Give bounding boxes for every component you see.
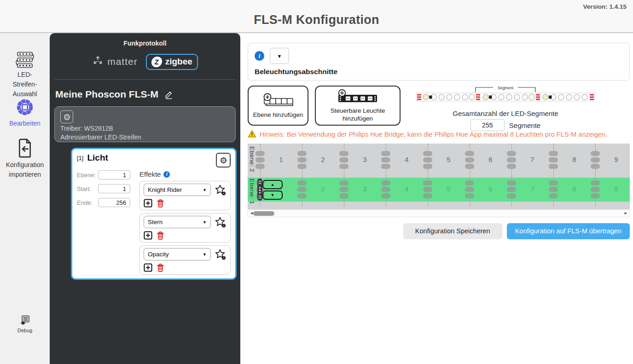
effect-favorite-settings-button[interactable] bbox=[215, 216, 226, 228]
add-effect-button[interactable] bbox=[144, 199, 152, 208]
save-configuration-button[interactable]: Konfiguration Speicheren bbox=[403, 223, 502, 239]
effect-select-value: Stern bbox=[148, 219, 163, 225]
segment-cell[interactable]: 9 bbox=[595, 156, 630, 163]
sidebar-item-led-streifen-auswahl[interactable]: LED- Streifen- Auswahl bbox=[0, 52, 50, 99]
segment-cell[interactable]: 7 bbox=[511, 185, 553, 193]
sidebar-item-label: importieren bbox=[0, 170, 50, 179]
grid-row-label: Ebene: 1 bbox=[249, 179, 256, 204]
add-leuchte-label-line1: Steuerbare Leuchte bbox=[331, 107, 385, 115]
strip-connector-icon bbox=[257, 179, 263, 202]
driver-card[interactable]: Treiber: WS2812B Adressierbarer LED-Stre… bbox=[54, 106, 236, 142]
gear-chip-icon bbox=[15, 110, 35, 118]
delete-effect-button[interactable] bbox=[157, 199, 164, 208]
sidebar-item-label: Streifen- bbox=[0, 80, 50, 89]
segment-cell[interactable]: 2 bbox=[302, 185, 344, 193]
ebene-down-button[interactable]: ▼ bbox=[262, 191, 283, 200]
light-settings-button[interactable] bbox=[216, 153, 231, 168]
light-name: Licht bbox=[87, 153, 216, 163]
warning-text: Hinweis: Bei Verwendung der Philips Hue … bbox=[260, 131, 607, 138]
segment-cell[interactable]: 4 bbox=[386, 156, 428, 163]
add-effect-button[interactable] bbox=[144, 231, 152, 240]
segment-cell[interactable]: 8 bbox=[553, 156, 595, 163]
add-effect-button[interactable] bbox=[144, 263, 152, 272]
scrollbar-thumb[interactable] bbox=[253, 211, 274, 216]
segment-cell[interactable]: 6 bbox=[470, 156, 511, 163]
sidebar-item-bearbeiten[interactable]: Bearbeiten bbox=[0, 98, 50, 128]
zigbee-label: zigbee bbox=[165, 57, 192, 67]
import-file-icon bbox=[16, 152, 34, 160]
segment-cell[interactable]: 8 bbox=[553, 185, 595, 193]
up-arrow-icon: ▲ bbox=[271, 182, 275, 187]
sidebar-item-konfiguration-importieren[interactable]: Konfiguration importieren bbox=[0, 138, 50, 179]
matter-icon bbox=[92, 55, 104, 69]
sidebar-item-label: Konfiguration bbox=[0, 160, 50, 170]
svg-text:!: ! bbox=[251, 132, 253, 137]
down-arrow-icon: ▼ bbox=[271, 193, 275, 197]
transfer-configuration-button[interactable]: Konfiguration auf FLS-M übertragen bbox=[507, 223, 630, 239]
segment-cell[interactable]: 7 bbox=[511, 156, 553, 163]
warning-icon: ! bbox=[248, 130, 256, 139]
debug-icon bbox=[19, 319, 30, 327]
ende-label: Ende: bbox=[77, 199, 98, 206]
start-input[interactable] bbox=[98, 184, 130, 193]
add-ebene-button[interactable]: Ebene hinzufügen bbox=[248, 86, 308, 126]
ebene-label: Ebene: bbox=[77, 172, 98, 179]
ende-input[interactable] bbox=[98, 198, 130, 207]
info-icon[interactable]: i bbox=[163, 171, 170, 178]
divider bbox=[54, 79, 236, 80]
effect-group: Stern ▼ bbox=[139, 213, 231, 243]
scroll-right-arrow[interactable]: ► bbox=[624, 211, 628, 215]
effect-select[interactable]: Stern ▼ bbox=[144, 216, 211, 228]
ebene-up-button[interactable]: ▲ bbox=[262, 180, 283, 189]
segment-cell[interactable]: 3 bbox=[344, 185, 386, 193]
segment-cell[interactable]: 5 bbox=[428, 156, 470, 163]
sections-dropdown-button[interactable]: ▼ bbox=[270, 48, 289, 64]
light-index: [1] bbox=[77, 153, 83, 162]
chevron-down-icon: ▼ bbox=[203, 220, 207, 225]
zigbee-logo-icon: Z bbox=[151, 57, 162, 67]
segment-cell[interactable]: 2 bbox=[302, 156, 344, 163]
chevron-down-icon: ▼ bbox=[203, 252, 207, 257]
segment-cell[interactable]: 5 bbox=[428, 185, 470, 193]
light-card: [1] Licht Ebene: Start: bbox=[71, 148, 237, 280]
effect-select[interactable]: Knight Rider ▼ bbox=[144, 184, 211, 196]
add-leuchte-button[interactable]: Steuerbare Leuchte hinzufügen bbox=[315, 86, 401, 126]
led-strip-icon bbox=[14, 62, 35, 69]
add-light-icon bbox=[336, 89, 380, 107]
segment-grid: Ebene: 2 Ebene: 1 ▲ ▼ 123456789123456789 bbox=[248, 144, 630, 209]
effect-group: Knight Rider ▼ bbox=[139, 181, 231, 210]
header-bar: Version: 1.4.15 FLS-M Konfiguration bbox=[0, 0, 633, 33]
zigbee-protocol-button[interactable]: Z zigbee bbox=[146, 54, 198, 70]
info-icon[interactable]: i bbox=[255, 51, 264, 61]
edit-pencil-icon[interactable] bbox=[164, 90, 174, 99]
delete-effect-button[interactable] bbox=[157, 263, 164, 272]
segment-cell[interactable]: 1 bbox=[260, 156, 302, 163]
delete-effect-button[interactable] bbox=[157, 231, 164, 240]
start-label: Start: bbox=[77, 185, 98, 192]
add-layer-icon bbox=[260, 92, 296, 111]
sidebar: LED- Streifen- Auswahl Bearbeiten Konfig… bbox=[0, 33, 50, 364]
segment-cell[interactable]: 4 bbox=[386, 185, 428, 193]
add-leuchte-label-line2: hinzufügen bbox=[343, 115, 373, 122]
effect-favorite-settings-button[interactable] bbox=[215, 184, 226, 196]
sidebar-item-debug[interactable]: Debug bbox=[0, 315, 50, 334]
segment-cell[interactable]: 6 bbox=[470, 185, 511, 193]
effect-select[interactable]: Opacity ▼ bbox=[144, 248, 211, 260]
effect-group: Opacity ▼ bbox=[139, 245, 231, 275]
gear-icon bbox=[60, 110, 73, 123]
chevron-down-icon: ▼ bbox=[203, 188, 207, 192]
horizontal-scrollbar[interactable]: ◄ ► bbox=[248, 209, 630, 217]
effects-label: Effekte bbox=[139, 170, 161, 178]
matter-protocol-button[interactable]: matter bbox=[92, 55, 138, 69]
effect-select-value: Knight Rider bbox=[148, 186, 182, 193]
matter-label: matter bbox=[107, 56, 138, 67]
total-segments-label: Gesamtanzahl der LED-Segmente bbox=[453, 110, 558, 117]
segment-cell[interactable]: 3 bbox=[344, 156, 386, 163]
ebene-input[interactable] bbox=[98, 170, 130, 179]
effect-select-value: Opacity bbox=[148, 251, 169, 258]
effect-favorite-settings-button[interactable] bbox=[215, 248, 226, 260]
total-segments-input[interactable] bbox=[470, 119, 505, 131]
segment-cell[interactable]: 9 bbox=[595, 185, 630, 193]
protocol-section-title: Funkprotokoll bbox=[50, 40, 240, 47]
version-label: Version: 1.4.15 bbox=[583, 3, 627, 10]
